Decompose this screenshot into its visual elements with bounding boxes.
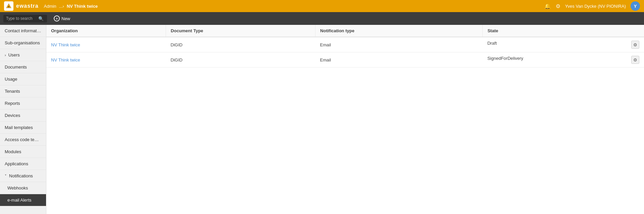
sidebar-item-label-applications: Applications — [5, 161, 28, 166]
col-header-document-type: Document Type — [166, 25, 315, 37]
sidebar-item-reports[interactable]: Reports — [0, 97, 46, 110]
breadcrumb-page: NV Think twice — [67, 4, 98, 9]
cell-document_type-0: DiGID — [166, 37, 315, 52]
sidebar-item-documents[interactable]: Documents — [0, 61, 46, 73]
cell-organization-0[interactable]: NV Think twice — [46, 37, 166, 52]
sidebar-item-label-sub-organisations: Sub-organisations — [5, 40, 40, 45]
data-table: Organization Document Type Notification … — [46, 25, 644, 68]
sidebar-item-label-tenants: Tenants — [5, 89, 20, 94]
search-input[interactable] — [6, 16, 36, 21]
sidebar-item-tenants[interactable]: Tenants — [0, 85, 46, 97]
toolbar: 🔍 + New — [0, 12, 644, 25]
col-header-notification-type: Notification type — [315, 25, 483, 37]
table-body: NV Think twiceDiGIDEmailDraft⚙NV Think t… — [46, 37, 644, 68]
sidebar-item-contact-information[interactable]: Contact information — [0, 25, 46, 37]
sidebar-item-label-reports: Reports — [5, 101, 20, 106]
cell-state-1[interactable]: SignedForDelivery⚙ — [483, 52, 644, 68]
sidebar-item-label-modules: Modules — [5, 149, 21, 154]
admin-label: Admin — [44, 4, 56, 9]
search-box[interactable]: 🔍 — [3, 15, 47, 23]
col-header-organization: Organization — [46, 25, 166, 37]
cell-text-state-0: Draft — [487, 41, 497, 46]
cell-document_type-1: DiGID — [166, 52, 315, 68]
sidebar-item-sub-organisations[interactable]: Sub-organisations — [0, 37, 46, 49]
sidebar-item-label-webhooks: Webhooks — [7, 185, 28, 190]
svg-text:e: e — [8, 5, 10, 8]
header-right: 🔔 ⚙ Yves Van Dycke (NV PIONIRA) Y — [544, 1, 640, 11]
sidebar-item-label-email-alerts: e-mail Alerts — [7, 198, 32, 203]
logo-area: e ewastra — [4, 1, 39, 11]
cell-state-0[interactable]: Draft⚙ — [483, 37, 644, 52]
new-btn-circle-icon: + — [54, 15, 60, 22]
col-header-state: State — [483, 25, 644, 37]
breadcrumb-separator: ...› — [59, 4, 64, 9]
table-header: Organization Document Type Notification … — [46, 25, 644, 37]
sidebar-item-label-access-code-templ: Access code templ... — [5, 137, 45, 142]
sidebar-item-access-code-templ[interactable]: Access code templ... — [0, 134, 46, 146]
cell-notification_type-1: Email — [315, 52, 483, 68]
link-organization-0[interactable]: NV Think twice — [51, 42, 80, 47]
search-icon[interactable]: 🔍 — [38, 16, 44, 21]
sidebar-item-label-usage: Usage — [5, 77, 17, 82]
bell-icon[interactable]: 🔔 — [544, 3, 551, 9]
sidebar-item-usage[interactable]: Usage — [0, 73, 46, 85]
row-action-btn-1[interactable]: ⚙ — [631, 56, 639, 64]
sidebar-item-label-notifications: Notifications — [9, 173, 33, 178]
user-name: Yves Van Dycke (NV PIONIRA) — [565, 4, 626, 9]
breadcrumb: Admin ...› NV Think twice — [44, 4, 98, 9]
table-row: NV Think twiceDiGIDEmailDraft⚙ — [46, 37, 644, 52]
logo-text: ewastra — [16, 3, 39, 9]
sidebar-item-devices[interactable]: Devices — [0, 110, 46, 122]
logo-icon: e — [4, 1, 13, 11]
sidebar-item-label-contact-information: Contact information — [5, 28, 43, 33]
cell-organization-1[interactable]: NV Think twice — [46, 52, 166, 68]
sidebar: Contact informationSub-organisations› Us… — [0, 25, 46, 214]
new-label: New — [61, 16, 70, 21]
row-action-btn-0[interactable]: ⚙ — [631, 41, 639, 49]
sidebar-item-email-alerts[interactable]: e-mail Alerts — [0, 194, 46, 206]
content-area: Organization Document Type Notification … — [46, 25, 644, 214]
main-layout: Contact informationSub-organisations› Us… — [0, 25, 644, 214]
sidebar-item-applications[interactable]: Applications — [0, 158, 46, 170]
sidebar-item-label-documents: Documents — [5, 65, 27, 70]
gear-icon[interactable]: ⚙ — [556, 3, 560, 9]
sidebar-item-modules[interactable]: Modules — [0, 146, 46, 158]
avatar[interactable]: Y — [631, 1, 640, 11]
sidebar-item-label-users: Users — [8, 52, 20, 57]
link-organization-1[interactable]: NV Think twice — [51, 57, 80, 62]
cell-notification_type-0: Email — [315, 37, 483, 52]
sidebar-item-notifications[interactable]: ˅ Notifications — [0, 170, 46, 182]
sidebar-item-label-mail-templates: Mail templates — [5, 125, 33, 130]
top-header: e ewastra Admin ...› NV Think twice 🔔 ⚙ … — [0, 0, 644, 12]
sidebar-item-label-devices: Devices — [5, 113, 20, 118]
sidebar-item-mail-templates[interactable]: Mail templates — [0, 122, 46, 134]
sidebar-item-users[interactable]: › Users — [0, 49, 46, 61]
sidebar-item-webhooks[interactable]: Webhooks — [0, 182, 46, 194]
table-row: NV Think twiceDiGIDEmailSignedForDeliver… — [46, 52, 644, 68]
cell-text-state-1: SignedForDelivery — [487, 56, 523, 61]
new-button[interactable]: + New — [51, 14, 73, 23]
